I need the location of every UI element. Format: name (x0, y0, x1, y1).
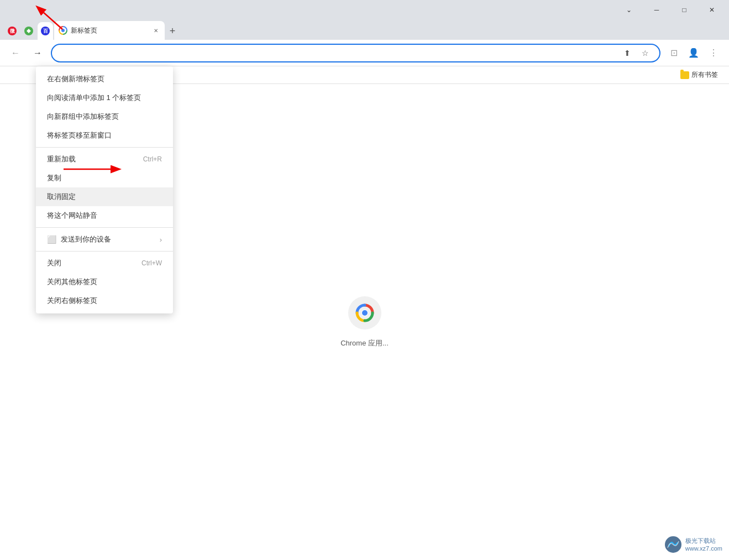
active-tab[interactable]: 新标签页 ✕ (54, 21, 165, 40)
new-tab-button[interactable]: + (165, 22, 180, 40)
menu-item-close[interactable]: 关闭 Ctrl+W (36, 254, 173, 273)
submenu-arrow: › (160, 235, 162, 244)
tab-close-button[interactable]: ✕ (151, 26, 160, 35)
menu-item-add-group[interactable]: 向新群组中添加标签页 (36, 107, 173, 126)
baidu-favicon: 百 (41, 27, 50, 35)
minimize-button[interactable]: ─ (644, 0, 669, 20)
titlebar: ⌄ ─ □ ✕ (0, 0, 729, 20)
menu-label-send-device: 发送到你的设备 (61, 234, 111, 244)
watermark-line2: www.xz7.com (685, 545, 722, 552)
menu-label-unpin: 取消固定 (47, 192, 76, 202)
menu-item-unpin[interactable]: 取消固定 (36, 187, 173, 206)
menu-label-duplicate: 复制 (47, 173, 61, 183)
pinned-tab-baidu[interactable]: 百 (38, 22, 53, 40)
menu-label-close-right: 关闭右侧标签页 (47, 296, 97, 306)
close-button[interactable]: ✕ (699, 0, 725, 20)
watermark-logo-icon (664, 536, 682, 553)
menu-shortcut-reload: Ctrl+R (143, 155, 162, 163)
maximize-icon: □ (682, 6, 686, 14)
profile-button[interactable]: 👤 (685, 44, 702, 62)
back-button[interactable]: ← (7, 44, 24, 62)
menu-label-add-group: 向新群组中添加标签页 (47, 112, 119, 122)
menu-label-close-others: 关闭其他标签页 (47, 277, 97, 287)
pinned-tab-weibo[interactable]: 微 (4, 22, 20, 40)
menu-label-close: 关闭 (47, 258, 61, 268)
minimize-icon: ─ (654, 6, 659, 14)
menu-item-add-reading-list[interactable]: 向阅读清单中添加 1 个标签页 (36, 88, 173, 107)
menu-button[interactable]: ⋮ (705, 44, 722, 62)
menu-divider-3 (36, 251, 173, 252)
menu-item-new-tab-right[interactable]: 在右侧新增标签页 (36, 70, 173, 88)
menu-item-close-others[interactable]: 关闭其他标签页 (36, 273, 173, 291)
menu-label-move-window: 将标签页移至新窗口 (47, 130, 112, 140)
weibo-favicon: 微 (8, 27, 17, 35)
menu-label-add-reading-list: 向阅读清单中添加 1 个标签页 (47, 93, 141, 103)
watermark: 极光下载站 www.xz7.com (664, 536, 722, 553)
omnibox-icons: ⬆ ☆ (620, 45, 653, 61)
pinned-tab-green[interactable] (21, 22, 36, 40)
menu-item-close-right[interactable]: 关闭右侧标签页 (36, 291, 173, 310)
menu-item-mute[interactable]: 将这个网站静音 (36, 206, 173, 225)
menu-item-send-to-device[interactable]: ⬜ 发送到你的设备 › (36, 230, 173, 249)
profile-icon: 👤 (688, 48, 699, 58)
menu-label-mute: 将这个网站静音 (47, 211, 97, 221)
svg-point-1 (61, 29, 65, 32)
watermark-text: 极光下载站 www.xz7.com (685, 537, 722, 553)
expand-icon: ⌄ (626, 6, 632, 14)
share-button[interactable]: ⬆ (620, 45, 635, 61)
menu-label-reload: 重新加载 (47, 154, 76, 164)
close-icon: ✕ (709, 6, 715, 14)
menu-shortcut-close: Ctrl+W (141, 259, 162, 267)
star-icon: ☆ (642, 49, 649, 57)
tab-title: 新标签页 (71, 26, 148, 35)
context-menu: 在右侧新增标签页 向阅读清单中添加 1 个标签页 向新群组中添加标签页 将标签页… (36, 66, 173, 313)
menu-divider-1 (36, 147, 173, 148)
back-icon: ← (11, 48, 20, 58)
share-icon: ⬆ (624, 49, 631, 57)
tabs-bar: 微 百 新标签页 ✕ + (0, 20, 729, 40)
nav-right: ⊡ 👤 ⋮ (665, 44, 722, 62)
all-bookmarks[interactable]: 所有书签 (676, 68, 722, 82)
green-favicon (24, 27, 33, 35)
expand-button[interactable]: ⌄ (616, 0, 642, 20)
menu-item-move-window[interactable]: 将标签页移至新窗口 (36, 126, 173, 145)
split-view-button[interactable]: ⊡ (665, 44, 683, 62)
forward-button[interactable]: → (29, 44, 46, 62)
svg-point-5 (362, 310, 368, 316)
bookmark-button[interactable]: ☆ (637, 45, 653, 61)
menu-item-reload[interactable]: 重新加载 Ctrl+R (36, 150, 173, 169)
folder-icon (680, 71, 689, 79)
menu-divider-2 (36, 227, 173, 228)
watermark-line1: 极光下载站 (685, 537, 722, 545)
device-icon: ⬜ (47, 235, 56, 244)
menu-icon: ⋮ (709, 48, 718, 58)
split-view-icon: ⊡ (670, 48, 678, 58)
titlebar-buttons: ⌄ ─ □ ✕ (616, 0, 725, 20)
chrome-icon (355, 303, 375, 323)
navbar: ← → ⬆ ☆ ⊡ 👤 ⋮ (0, 40, 729, 66)
omnibox[interactable]: ⬆ ☆ (51, 44, 660, 62)
forward-icon: → (33, 48, 42, 58)
send-device-left: ⬜ 发送到你的设备 (47, 234, 111, 244)
menu-item-duplicate[interactable]: 复制 (36, 169, 173, 187)
maximize-button[interactable]: □ (672, 0, 697, 20)
chrome-apps-icon-container (348, 296, 381, 329)
menu-label-new-tab-right: 在右侧新增标签页 (47, 74, 104, 84)
chrome-apps-text: Chrome 应用... (340, 338, 389, 348)
tab-favicon (59, 26, 67, 35)
all-bookmarks-label: 所有书签 (691, 70, 718, 80)
